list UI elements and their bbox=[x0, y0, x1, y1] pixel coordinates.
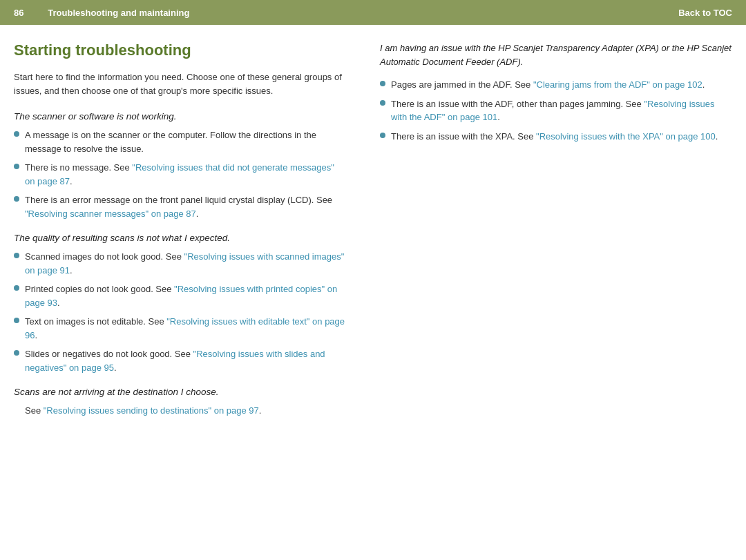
section3-text: See "Resolving issues sending to destina… bbox=[14, 404, 345, 418]
header-bar: 86 Troubleshooting and maintaining Back … bbox=[0, 0, 746, 25]
page-heading: Starting troubleshooting bbox=[14, 41, 345, 59]
link-scanner-messages[interactable]: "Resolving scanner messages" on page 87 bbox=[25, 209, 196, 219]
bullet-dot bbox=[14, 318, 19, 323]
list-item: A message is on the scanner or the compu… bbox=[14, 128, 345, 155]
link-slides-negatives[interactable]: "Resolving issues with slides and negati… bbox=[25, 349, 325, 373]
bullet-text: There is no message. See "Resolving issu… bbox=[25, 161, 345, 188]
link-printed-copies[interactable]: "Resolving issues with printed copies" o… bbox=[25, 284, 337, 308]
list-item: There is no message. See "Resolving issu… bbox=[14, 161, 345, 188]
bullet-text: There is an issue with the XPA. See "Res… bbox=[391, 130, 718, 144]
bullet-dot bbox=[14, 350, 19, 356]
bullet-text: A message is on the scanner or the compu… bbox=[25, 128, 345, 155]
section2-heading: The quality of resulting scans is not wh… bbox=[14, 233, 345, 243]
bullet-dot bbox=[14, 285, 19, 291]
list-item: There is an issue with the XPA. See "Res… bbox=[380, 130, 732, 144]
link-scanned-images[interactable]: "Resolving issues with scanned images" o… bbox=[25, 251, 344, 276]
right-column: I am having an issue with the HP Scanjet… bbox=[373, 41, 732, 546]
link-no-message[interactable]: "Resolving issues that did not generate … bbox=[25, 162, 334, 186]
bullet-dot bbox=[380, 100, 385, 106]
bullet-dot bbox=[14, 196, 19, 202]
link-clearing-jams[interactable]: "Clearing jams from the ADF" on page 102 bbox=[533, 79, 702, 90]
bullet-dot bbox=[380, 133, 385, 138]
section2-bullets: Scanned images do not look good. See "Re… bbox=[14, 250, 345, 374]
header-separator bbox=[28, 8, 44, 18]
list-item: Printed copies do not look good. See "Re… bbox=[14, 282, 345, 309]
right-bullets: Pages are jammed in the ADF. See "Cleari… bbox=[380, 78, 732, 143]
section1-bullets: A message is on the scanner or the compu… bbox=[14, 128, 345, 220]
right-intro: I am having an issue with the HP Scanjet… bbox=[380, 41, 732, 68]
bullet-dot bbox=[14, 253, 19, 258]
link-adf-issues[interactable]: "Resolving issues with the ADF" on page … bbox=[391, 99, 715, 123]
list-item: Pages are jammed in the ADF. See "Cleari… bbox=[380, 78, 732, 92]
bullet-text: Printed copies do not look good. See "Re… bbox=[25, 282, 345, 309]
page-number: 86 bbox=[14, 8, 23, 18]
bullet-text: Scanned images do not look good. See "Re… bbox=[25, 250, 345, 277]
link-editable-text[interactable]: "Resolving issues with editable text" on… bbox=[25, 316, 345, 340]
left-column: Starting troubleshooting Start here to f… bbox=[14, 41, 352, 546]
list-item: Text on images is not editable. See "Res… bbox=[14, 315, 345, 342]
back-to-toc-link[interactable]: Back to TOC bbox=[678, 8, 732, 18]
header-left: 86 Troubleshooting and maintaining bbox=[14, 8, 189, 18]
link-xpa-issues[interactable]: "Resolving issues with the XPA" on page … bbox=[536, 131, 716, 142]
bullet-text: Text on images is not editable. See "Res… bbox=[25, 315, 345, 342]
bullet-text: There is an issue with the ADF, other th… bbox=[391, 97, 732, 124]
bullet-text: Slides or negatives do not look good. Se… bbox=[25, 347, 345, 374]
section3: Scans are not arriving at the destinatio… bbox=[14, 387, 345, 418]
list-item: There is an error message on the front p… bbox=[14, 193, 345, 220]
main-content: Starting troubleshooting Start here to f… bbox=[0, 25, 746, 560]
list-item: Scanned images do not look good. See "Re… bbox=[14, 250, 345, 277]
section1-heading: The scanner or software is not working. bbox=[14, 111, 345, 122]
bullet-dot bbox=[380, 81, 385, 86]
bullet-text: There is an error message on the front p… bbox=[25, 193, 345, 220]
bullet-dot bbox=[14, 131, 19, 137]
header-title: Troubleshooting and maintaining bbox=[48, 8, 189, 18]
link-destinations[interactable]: "Resolving issues sending to destination… bbox=[44, 405, 259, 416]
bullet-dot bbox=[14, 164, 19, 169]
intro-paragraph: Start here to find the information you n… bbox=[14, 70, 345, 97]
list-item: There is an issue with the ADF, other th… bbox=[380, 97, 732, 124]
section3-heading: Scans are not arriving at the destinatio… bbox=[14, 387, 345, 397]
list-item: Slides or negatives do not look good. Se… bbox=[14, 347, 345, 374]
bullet-text: Pages are jammed in the ADF. See "Cleari… bbox=[391, 78, 705, 92]
